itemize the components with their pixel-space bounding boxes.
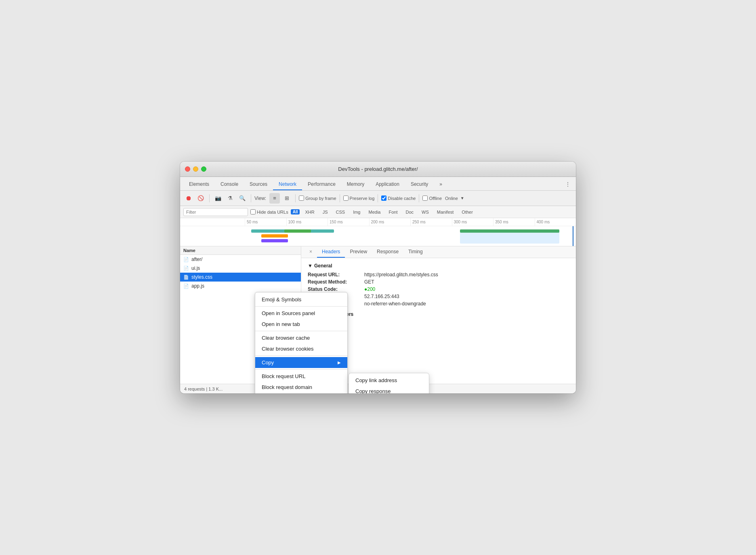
tab-response[interactable]: Response [372, 246, 403, 258]
offline-label: Offline [422, 196, 442, 201]
general-section-title: ▼ General [308, 263, 569, 269]
filter-input[interactable] [183, 208, 248, 216]
online-dropdown[interactable]: ▼ [460, 196, 464, 200]
ctx-clear-cache[interactable]: Clear browser cache [255, 332, 347, 343]
network-toolbar: ⏺ 🚫 📷 ⚗ 🔍 View: ≡ ⊞ Group by frame Prese… [180, 191, 576, 206]
mark-200ms: 200 ms [369, 218, 411, 226]
timeline-marker [573, 226, 573, 246]
mark-350ms: 350 ms [493, 218, 535, 226]
mark-300ms: 300 ms [452, 218, 494, 226]
ctx-open-sources[interactable]: Open in Sources panel [255, 308, 347, 319]
tab-more[interactable]: » [434, 179, 448, 190]
ctx-copy[interactable]: Copy [255, 357, 347, 368]
minimize-button[interactable] [193, 166, 198, 172]
address-value: 52.7.166.25:443 [364, 294, 399, 299]
file-name-uijs: ui.js [191, 265, 298, 271]
record-button[interactable]: ⏺ [183, 193, 194, 204]
hide-data-urls-checkbox[interactable] [250, 209, 256, 214]
group-by-frame-checkbox[interactable] [299, 196, 304, 201]
tab-close[interactable]: × [304, 246, 317, 258]
tab-preview[interactable]: Preview [345, 246, 372, 258]
status-row: Status Code: ● 200 [308, 286, 569, 292]
referrer-value: no-referrer-when-downgrade [364, 301, 426, 307]
hide-data-urls-label: Hide data URLs [250, 209, 288, 214]
copy-submenu: Copy link address Copy response Copy as … [349, 373, 429, 393]
tab-security[interactable]: Security [405, 179, 434, 190]
filter-media[interactable]: Media [365, 209, 383, 215]
context-menus-wrapper: Emoji & Symbols Open in Sources panel Op… [255, 292, 348, 393]
disable-cache-checkbox[interactable] [381, 196, 386, 201]
filter-doc[interactable]: Doc [403, 209, 416, 215]
mark-250ms: 250 ms [410, 218, 452, 226]
section-name: General [314, 263, 332, 269]
filter-xhr[interactable]: XHR [302, 209, 317, 215]
tab-application[interactable]: Application [370, 179, 405, 190]
search-button[interactable]: 🔍 [237, 193, 248, 204]
filter-other[interactable]: Other [459, 209, 476, 215]
file-icon-appjs: 📄 [183, 284, 189, 289]
devtools-content: Elements Console Sources Network Perform… [180, 177, 576, 393]
toolbar-sep3 [295, 194, 296, 202]
tab-network[interactable]: Network [273, 179, 302, 190]
request-url-row: Request URL: https://preload.glitch.me/s… [308, 272, 569, 278]
mark-150ms: 150 ms [328, 218, 369, 226]
tab-memory[interactable]: Memory [341, 179, 370, 190]
filter-manifest[interactable]: Manifest [434, 209, 457, 215]
tab-headers[interactable]: Headers [317, 246, 345, 258]
mark-100ms: 100 ms [286, 218, 328, 226]
ctx-block-url[interactable]: Block request URL [255, 371, 347, 382]
method-key: Request Method: [308, 279, 364, 285]
filter-font[interactable]: Font [386, 209, 400, 215]
filter-img[interactable]: Img [350, 209, 363, 215]
toolbar-sep6 [419, 194, 419, 202]
file-item-uijs[interactable]: 📄 ui.js [180, 264, 301, 273]
filter-js[interactable]: JS [320, 209, 331, 215]
timeline-bars [245, 226, 576, 246]
timeline-bar-3 [261, 239, 288, 242]
view-waterfall-button[interactable]: ⊞ [281, 193, 292, 204]
devtools-settings[interactable]: ⋮ [560, 179, 576, 190]
tab-timing[interactable]: Timing [403, 246, 428, 258]
ctx-sep3 [255, 355, 347, 356]
titlebar: DevTools - preload.glitch.me/after/ [180, 162, 576, 177]
tab-performance[interactable]: Performance [302, 179, 341, 190]
ctx-clear-cookies[interactable]: Clear browser cookies [255, 343, 347, 354]
tab-console[interactable]: Console [215, 179, 244, 190]
ctx-sep2 [255, 331, 347, 331]
clear-button[interactable]: 🚫 [195, 193, 206, 204]
devtools-nav: Elements Console Sources Network Perform… [180, 177, 576, 191]
file-icon-stylescss: 📄 [183, 275, 189, 280]
method-value: GET [364, 279, 374, 285]
filter-bar: Hide data URLs All XHR JS CSS Img Media … [180, 206, 576, 218]
filter-ws[interactable]: WS [419, 209, 432, 215]
ctx-emoji[interactable]: Emoji & Symbols [255, 294, 347, 305]
camera-button[interactable]: 📷 [213, 193, 223, 204]
maximize-button[interactable] [201, 166, 206, 172]
preserve-log-checkbox[interactable] [343, 196, 349, 201]
ctx-block-domain[interactable]: Block request domain [255, 382, 347, 393]
timeline-bar-4 [284, 229, 311, 233]
file-name-appjs: app.js [191, 283, 298, 289]
submenu-copy-response[interactable]: Copy response [349, 386, 429, 393]
tab-sources[interactable]: Sources [244, 179, 273, 190]
close-button[interactable] [185, 166, 190, 172]
toolbar-sep4 [340, 194, 340, 202]
file-icon-uijs: 📄 [183, 266, 189, 271]
request-url-value: https://preload.glitch.me/styles.css [364, 272, 438, 278]
online-label: Online [445, 196, 458, 201]
file-item-appjs[interactable]: 📄 app.js [180, 282, 301, 290]
headers-tabs: × Headers Preview Response Timing [301, 246, 576, 258]
filter-icon-button[interactable]: ⚗ [225, 193, 235, 204]
context-menu: Emoji & Symbols Open in Sources panel Op… [255, 292, 348, 393]
view-label: View: [254, 196, 266, 201]
submenu-copy-link[interactable]: Copy link address [349, 375, 429, 386]
tab-elements[interactable]: Elements [183, 179, 215, 190]
method-row: Request Method: GET [308, 279, 569, 285]
filter-all-badge[interactable]: All [291, 209, 300, 214]
file-item-after[interactable]: 📄 after/ [180, 255, 301, 264]
offline-checkbox[interactable] [422, 196, 428, 201]
file-item-stylescss[interactable]: 📄 styles.css [180, 273, 301, 282]
filter-css[interactable]: CSS [333, 209, 348, 215]
ctx-open-new-tab[interactable]: Open in new tab [255, 319, 347, 330]
view-list-button[interactable]: ≡ [269, 193, 280, 204]
